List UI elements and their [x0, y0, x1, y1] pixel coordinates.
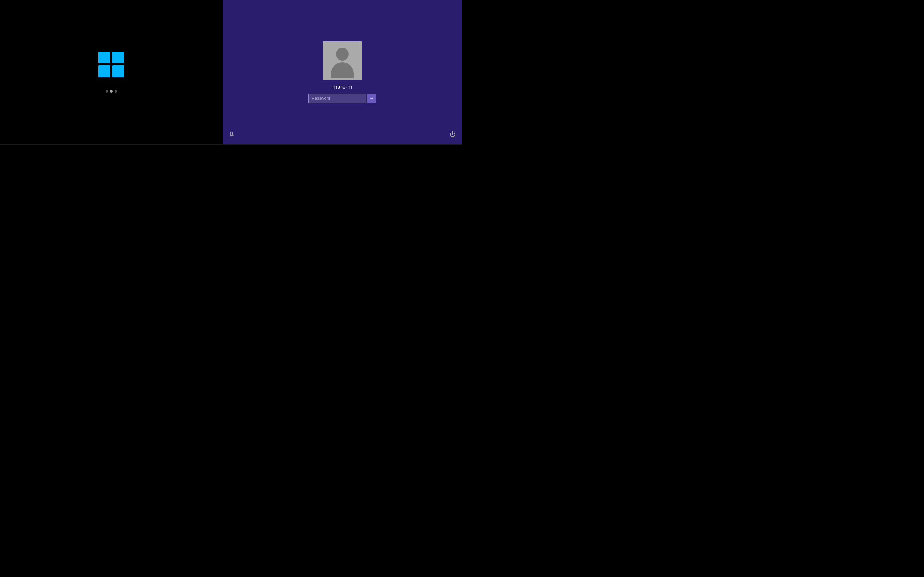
dot-3 [115, 90, 117, 93]
horizontal-divider [0, 144, 462, 145]
dot-1 [105, 90, 108, 93]
login-screen: mare-m → ⇅ ⏻ [223, 0, 462, 144]
user-switch-icon[interactable]: ⇅ [229, 131, 234, 138]
windows-logo [99, 52, 124, 77]
avatar-head [336, 48, 349, 61]
boot-screen [0, 0, 223, 144]
logo-pane-tr [112, 52, 124, 63]
password-input[interactable] [309, 93, 366, 103]
logo-pane-tl [99, 52, 110, 63]
power-icon[interactable]: ⏻ [450, 131, 456, 138]
logo-pane-br [112, 65, 124, 77]
login-password-row: → [309, 93, 376, 103]
avatar-body [331, 62, 354, 78]
avatar-person [323, 41, 362, 80]
vertical-divider [223, 0, 223, 144]
loading-dots [105, 90, 117, 93]
dot-2 [110, 90, 113, 93]
login-submit-button[interactable]: → [367, 94, 376, 103]
user-avatar [323, 41, 362, 80]
logo-pane-bl [99, 65, 110, 77]
login-username: mare-m [333, 84, 352, 90]
